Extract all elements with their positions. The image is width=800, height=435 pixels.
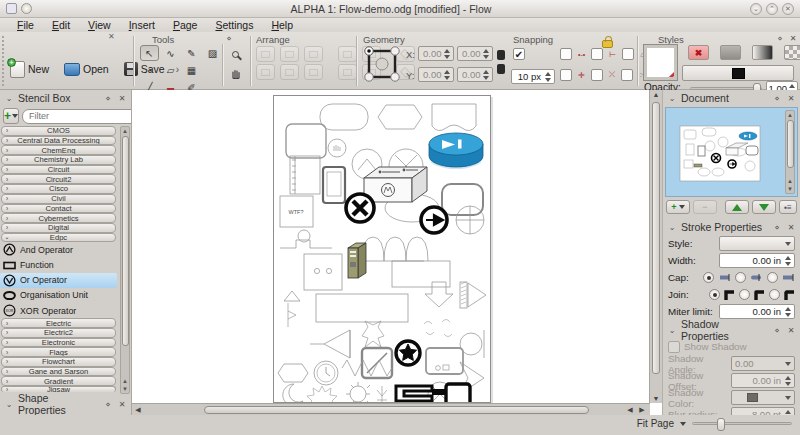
- collapse-icon[interactable]: ⌄: [4, 94, 14, 103]
- category-contact[interactable]: ›Contact: [1, 204, 116, 214]
- stencil-item-or-operator[interactable]: Or Operator: [0, 273, 117, 288]
- snap-extension-checkbox[interactable]: [591, 48, 603, 60]
- fill-preview-swatch[interactable]: [644, 45, 677, 80]
- scroll-left2-icon[interactable]: ◀: [624, 406, 636, 414]
- align-top-button[interactable]: [256, 64, 275, 80]
- remove-page-button[interactable]: −: [693, 200, 717, 214]
- shape-computer-tower[interactable]: [348, 243, 366, 278]
- gauge-tool-button[interactable]: ◔: [140, 62, 159, 78]
- category-circuit2[interactable]: ›Circuit2: [1, 174, 116, 184]
- close-button[interactable]: ✕: [782, 3, 794, 15]
- scroll-right-icon[interactable]: ▶: [636, 406, 648, 414]
- animation-tool-button[interactable]: ▦: [182, 62, 201, 78]
- shape-hand-circle[interactable]: [328, 139, 346, 157]
- category-cybernetics[interactable]: ›Cybernetics: [1, 213, 116, 223]
- category-circuit[interactable]: ›Circuit: [1, 165, 116, 175]
- menu-page[interactable]: Page: [164, 19, 207, 31]
- line-style-combo[interactable]: [719, 236, 795, 251]
- category-cisco[interactable]: ›Cisco: [1, 184, 116, 194]
- align-right-button[interactable]: [304, 46, 323, 62]
- join-round-radio[interactable]: [739, 289, 750, 300]
- float-icon[interactable]: ⋄: [103, 400, 113, 409]
- show-shadow-checkbox[interactable]: [668, 341, 680, 353]
- category-central-data-processing[interactable]: ›Central Data Processing: [1, 136, 116, 146]
- category-digital[interactable]: ›Digital: [1, 223, 116, 233]
- vertical-scrollbar-thumb[interactable]: [652, 102, 660, 374]
- close-icon[interactable]: ✕: [117, 400, 127, 409]
- category-gane-and-sarson[interactable]: ›Gane and Sarson: [1, 367, 116, 377]
- snap-grid-checkbox[interactable]: [621, 69, 633, 81]
- collapse-icon[interactable]: ⌄: [667, 326, 677, 335]
- maximize-button[interactable]: ⌃: [766, 3, 778, 15]
- menu-help[interactable]: Help: [262, 19, 302, 31]
- close-icon[interactable]: ✕: [786, 326, 796, 335]
- shape-down-arrow[interactable]: [425, 282, 453, 307]
- shape-capsule[interactable]: [320, 104, 368, 130]
- scroll-left-icon[interactable]: ◀: [132, 406, 144, 414]
- shape-bold-star-circle[interactable]: [396, 341, 420, 365]
- float-icon[interactable]: ⋄: [772, 326, 782, 335]
- page-thumbnail-area[interactable]: ▲ ▲ ▼: [665, 107, 798, 197]
- shape-bold-fork[interactable]: [396, 384, 470, 402]
- stencil-scrollbar-thumb[interactable]: [122, 136, 129, 346]
- align-middle-button[interactable]: [280, 64, 299, 80]
- no-fill-button[interactable]: ✖: [688, 45, 709, 60]
- zoom-mode-label[interactable]: Fit Page: [637, 418, 674, 429]
- geometry-anchor-widget[interactable]: [362, 44, 402, 84]
- solid-fill-button[interactable]: [720, 45, 741, 60]
- collapse-icon[interactable]: ⌄: [667, 94, 677, 103]
- shape-brackets[interactable]: [424, 320, 452, 337]
- snap-enable-checkbox[interactable]: ✔: [513, 48, 525, 60]
- shape-hexagon[interactable]: [278, 364, 308, 382]
- cap-round-radio[interactable]: [735, 272, 746, 283]
- path-edit-tool-button[interactable]: ∿: [161, 45, 180, 61]
- miter-limit-input[interactable]: 0.00 in: [719, 304, 795, 319]
- menu-view[interactable]: View: [79, 19, 120, 31]
- category-electric2[interactable]: ›Electric2: [1, 328, 116, 338]
- shape-rounded-square[interactable]: [286, 124, 326, 158]
- align-left-button[interactable]: [256, 46, 275, 62]
- category-flowchart[interactable]: ›Flowchart: [1, 357, 116, 367]
- snap-ortho-checkbox[interactable]: [560, 69, 572, 81]
- shadow-angle-input[interactable]: 0.00: [731, 356, 795, 371]
- vertical-scrollbar[interactable]: ▲ ▼: [649, 90, 662, 403]
- menu-settings[interactable]: Settings: [206, 19, 262, 31]
- tools-section-handle-icon[interactable]: ⋄: [224, 34, 234, 43]
- styles-float-icon[interactable]: ⋄: [775, 34, 785, 43]
- close-icon[interactable]: ✕: [117, 94, 127, 103]
- category-gradient[interactable]: ›Gradient: [1, 376, 116, 386]
- collapse-icon[interactable]: ⌄: [667, 223, 677, 232]
- shape-maltese-cross[interactable]: [362, 321, 384, 347]
- shape-notebook[interactable]: [290, 156, 320, 194]
- pattern-fill-button[interactable]: [784, 45, 800, 60]
- join-bevel-radio[interactable]: [769, 289, 780, 300]
- new-button[interactable]: + New: [6, 58, 56, 80]
- shape-document[interactable]: [432, 104, 476, 131]
- close-icon[interactable]: ✕: [786, 94, 796, 103]
- shape-starburst[interactable]: [307, 386, 337, 402]
- open-button[interactable]: Open: [60, 58, 116, 80]
- category-chemeng[interactable]: ›ChemEng: [1, 145, 116, 155]
- shape-bold-x-circle[interactable]: [346, 194, 374, 222]
- page-thumbnail[interactable]: [666, 108, 774, 196]
- horizontal-scrollbar[interactable]: ◀ ◀ ▶: [132, 403, 650, 415]
- shape-rounded-rect[interactable]: [442, 184, 483, 215]
- thumbnail-scrollbar[interactable]: ▲ ▲ ▼: [785, 110, 795, 194]
- zoom-slider[interactable]: [692, 422, 792, 425]
- shape-coil[interactable]: [362, 237, 428, 261]
- horizontal-scrollbar-thumb[interactable]: [204, 406, 589, 414]
- snap-node-checkbox[interactable]: [560, 48, 572, 60]
- geometry-x-input[interactable]: 0.00: [418, 46, 454, 61]
- snap-bound-checkbox[interactable]: [622, 48, 634, 60]
- canvas-viewport[interactable]: WTF?: [131, 90, 662, 415]
- shape-small-triangle[interactable]: [284, 291, 300, 301]
- category-jigsaw[interactable]: ›Jigsaw: [1, 386, 116, 392]
- shape-diode[interactable]: [310, 330, 350, 358]
- category-edpc[interactable]: ⌄Edpc: [1, 233, 116, 243]
- collapse-icon[interactable]: ⌄: [4, 400, 14, 409]
- geometry-y-input[interactable]: 0.00: [418, 67, 454, 82]
- float-icon[interactable]: ⋄: [103, 94, 113, 103]
- stencil-item-organisation-unit[interactable]: Organisation Unit: [0, 288, 117, 303]
- shape-tape-circle[interactable]: [460, 333, 482, 355]
- shape-step-line[interactable]: [280, 240, 332, 248]
